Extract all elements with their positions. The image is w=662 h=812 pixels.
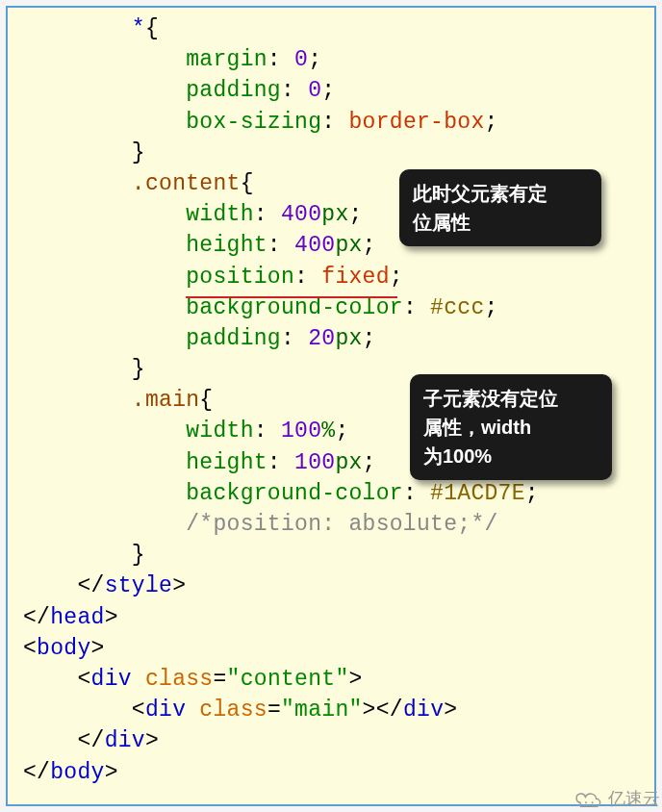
tooltip-text: 此时父元素有定 <box>413 179 588 208</box>
slash: / <box>37 760 50 785</box>
code-line: </head> <box>23 602 654 633</box>
code-line: </body> <box>23 757 654 788</box>
slash: / <box>390 698 403 723</box>
slash: / <box>91 573 105 598</box>
semicolon: ; <box>363 233 376 258</box>
prop-padding: padding <box>186 78 281 103</box>
underline-highlight <box>186 296 397 298</box>
code-line: </style> <box>23 571 654 601</box>
semicolon: ; <box>363 450 376 475</box>
selector-main: .main <box>132 388 200 413</box>
code-line: <body> <box>23 633 654 664</box>
comment-position: /*position: absolute;*/ <box>186 512 497 537</box>
colon: : <box>281 78 294 103</box>
gt: > <box>105 605 118 630</box>
prop-width: width <box>186 419 254 444</box>
slash: / <box>37 605 50 630</box>
tooltip-child-width: 子元素没有定位 属性，width 为100% <box>410 374 612 480</box>
tag-div: div <box>403 698 444 723</box>
colon: : <box>403 295 417 320</box>
svg-point-0 <box>585 801 587 803</box>
code-line: background-color: #1ACD7E; <box>23 478 654 509</box>
gt: > <box>349 667 363 692</box>
prop-padding: padding <box>186 326 281 351</box>
prop-height: height <box>186 450 267 475</box>
tooltip-parent-position: 此时父元素有定 位属性 <box>399 169 601 246</box>
prop-margin: margin <box>186 47 267 72</box>
code-line: /*position: absolute;*/ <box>23 509 654 540</box>
semicolon: ; <box>308 47 321 72</box>
tag-div: div <box>145 698 186 723</box>
lt: < <box>23 636 37 661</box>
code-line: padding: 20px; <box>23 323 654 354</box>
val-fixed: fixed <box>321 265 390 290</box>
val-400: 400 <box>294 233 335 258</box>
str-main: "main" <box>281 698 363 723</box>
selector-content: .content <box>132 171 241 196</box>
code-editor-panel: *{ margin: 0; padding: 0; box-sizing: bo… <box>6 6 656 806</box>
lt: < <box>77 667 90 692</box>
tooltip-text: 属性，width <box>423 413 598 442</box>
colon: : <box>321 110 335 135</box>
colon: : <box>403 481 417 506</box>
unit-px: px <box>321 202 348 227</box>
val-100: 100 <box>281 419 321 444</box>
val-borderbox: border-box <box>348 110 484 135</box>
tag-body: body <box>50 760 104 785</box>
attr-class: class <box>145 667 214 692</box>
semicolon: ; <box>485 110 498 135</box>
val-1acd7e: #1ACD7E <box>430 481 525 506</box>
code-line: *{ <box>23 13 654 44</box>
brace-close: } <box>132 140 145 165</box>
tag-body: body <box>37 636 90 661</box>
code-line: margin: 0; <box>23 44 654 75</box>
watermark: 亿速云 <box>572 787 660 810</box>
code-line: <div class="main"></div> <box>23 695 654 725</box>
semicolon: ; <box>335 419 348 444</box>
prop-bgcolor: background-color <box>186 481 403 506</box>
gt: > <box>145 728 159 753</box>
prop-width: width <box>186 202 254 227</box>
code-line: } <box>23 138 654 168</box>
selector-star: * <box>132 16 145 41</box>
unit-px: px <box>335 233 362 258</box>
prop-height: height <box>186 233 267 258</box>
unit-px: px <box>335 326 362 351</box>
tag-div: div <box>105 728 145 753</box>
prop-position: position <box>186 265 294 290</box>
code-line: <div class="content"> <box>23 664 654 695</box>
val-0: 0 <box>308 78 321 103</box>
attr-class: class <box>199 698 267 723</box>
val-ccc: #ccc <box>430 295 484 320</box>
lt: < <box>77 728 90 753</box>
colon: : <box>267 233 281 258</box>
lt: < <box>23 760 37 785</box>
brace-open: { <box>241 171 254 196</box>
lt: < <box>77 573 90 598</box>
svg-point-1 <box>592 801 594 803</box>
colon: : <box>254 419 267 444</box>
code-line: } <box>23 540 654 571</box>
semicolon: ; <box>363 326 376 351</box>
gt: > <box>91 636 105 661</box>
val-400: 400 <box>281 202 321 227</box>
tooltip-text: 为100% <box>423 442 598 470</box>
gt: > <box>105 760 118 785</box>
tag-head: head <box>50 605 104 630</box>
lt: < <box>23 605 37 630</box>
gt: > <box>444 698 457 723</box>
colon: : <box>294 265 308 290</box>
tooltip-text: 子元素没有定位 <box>423 384 598 413</box>
prop-bgcolor: background-color <box>186 295 403 320</box>
cloud-icon <box>572 788 604 808</box>
eq: = <box>213 667 226 692</box>
slash: / <box>91 728 105 753</box>
code-line: position: fixed; <box>23 262 654 292</box>
brace-open: { <box>199 388 213 413</box>
gt: > <box>172 573 186 598</box>
tooltip-text: 位属性 <box>413 208 588 237</box>
val-0: 0 <box>294 47 308 72</box>
lt: < <box>376 698 390 723</box>
tag-div: div <box>91 667 132 692</box>
str-content: "content" <box>227 667 349 692</box>
